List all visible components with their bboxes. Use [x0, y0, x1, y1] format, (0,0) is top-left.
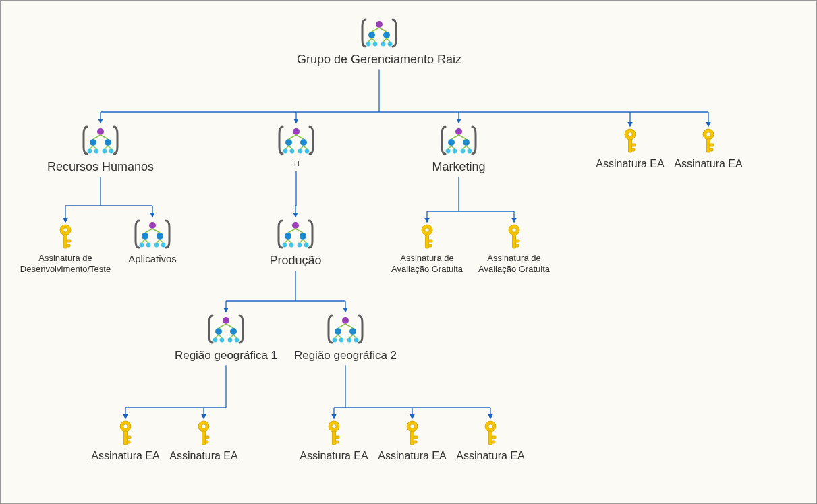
svg-point-19 — [298, 149, 303, 154]
svg-rect-42 — [67, 244, 70, 247]
svg-point-23 — [463, 139, 470, 146]
svg-rect-85 — [127, 441, 130, 443]
svg-point-53 — [283, 243, 287, 248]
svg-rect-95 — [335, 441, 339, 443]
svg-point-29 — [628, 132, 632, 136]
node-root: Grupo de Gerenciamento Raiz — [318, 17, 440, 67]
svg-rect-37 — [710, 148, 713, 151]
subscription-key-icon — [619, 128, 642, 155]
svg-point-5 — [381, 42, 386, 47]
management-group-icon — [360, 17, 398, 49]
svg-rect-84 — [127, 436, 131, 439]
node-label: Região geográfica 2 — [294, 348, 397, 362]
svg-point-102 — [488, 424, 492, 428]
node-label: Produção — [269, 253, 321, 269]
node-label: Região geográfica 1 — [175, 348, 277, 362]
management-group-icon — [207, 313, 245, 345]
svg-point-52 — [300, 233, 306, 240]
svg-point-46 — [140, 243, 144, 248]
node-label: Recursos Humanos — [47, 159, 154, 175]
node-label: Assinatura EA — [674, 157, 742, 171]
svg-point-67 — [223, 317, 229, 324]
svg-rect-105 — [492, 441, 495, 443]
svg-point-51 — [285, 233, 291, 240]
svg-point-12 — [103, 149, 107, 154]
svg-point-68 — [215, 328, 222, 335]
svg-rect-60 — [428, 240, 432, 242]
svg-point-48 — [154, 243, 159, 248]
management-group-icon — [277, 218, 314, 250]
svg-point-3 — [366, 42, 371, 47]
svg-point-6 — [388, 42, 393, 47]
svg-point-77 — [333, 338, 337, 343]
svg-point-13 — [109, 149, 114, 154]
svg-point-74 — [342, 317, 349, 324]
node-prod: Produção — [235, 218, 356, 269]
svg-point-8 — [90, 139, 96, 146]
node-label: Assinatura EA — [169, 449, 237, 463]
node-ti: TI — [235, 124, 357, 169]
svg-point-18 — [290, 149, 295, 154]
svg-point-45 — [157, 233, 163, 240]
subscription-key-icon — [479, 420, 502, 447]
svg-rect-89 — [205, 436, 209, 439]
svg-point-27 — [468, 149, 472, 154]
svg-point-24 — [446, 149, 451, 154]
svg-rect-41 — [67, 240, 71, 242]
subscription-key-icon — [192, 420, 215, 447]
node-rh: Recursos Humanos — [40, 124, 161, 175]
svg-point-10 — [88, 149, 92, 154]
node-label: Grupo de Gerenciamento Raiz — [297, 52, 461, 67]
svg-point-97 — [410, 424, 414, 428]
svg-point-44 — [142, 233, 148, 240]
svg-point-75 — [335, 328, 341, 335]
management-group-icon — [82, 124, 119, 157]
svg-point-63 — [512, 228, 516, 232]
subscription-key-icon — [322, 420, 345, 447]
svg-rect-99 — [414, 436, 418, 439]
svg-point-87 — [202, 424, 206, 428]
node-label: Assinatura de Avaliação Gratuita — [391, 253, 463, 275]
subscription-key-icon — [416, 223, 439, 250]
svg-rect-32 — [631, 148, 635, 151]
svg-rect-65 — [515, 240, 519, 242]
management-group-icon — [134, 218, 171, 250]
svg-rect-66 — [515, 244, 519, 247]
svg-point-2 — [383, 32, 390, 38]
svg-point-22 — [448, 139, 455, 146]
svg-point-11 — [94, 149, 99, 154]
svg-point-76 — [349, 328, 356, 335]
svg-rect-104 — [492, 436, 496, 439]
node-label: Aplicativos — [128, 253, 177, 266]
management-group-icon — [440, 124, 478, 157]
svg-point-34 — [706, 132, 710, 136]
node-label: Assinatura EA — [456, 449, 524, 463]
svg-rect-94 — [335, 436, 339, 439]
svg-point-0 — [376, 21, 383, 28]
svg-rect-36 — [710, 144, 714, 146]
svg-point-14 — [293, 128, 300, 135]
svg-point-7 — [97, 128, 104, 135]
subscription-key-icon — [503, 223, 526, 250]
svg-point-78 — [339, 338, 344, 343]
svg-point-20 — [305, 149, 310, 154]
svg-point-79 — [347, 338, 352, 343]
node-mkt: Marketing — [398, 124, 519, 175]
svg-rect-61 — [428, 244, 432, 247]
node-eaTop2: Assinatura EA — [648, 128, 769, 171]
svg-point-55 — [298, 243, 302, 248]
subscription-key-icon — [401, 420, 424, 447]
svg-rect-100 — [414, 441, 417, 443]
svg-point-21 — [455, 128, 462, 135]
svg-point-49 — [161, 243, 166, 248]
svg-point-9 — [105, 139, 111, 146]
svg-point-47 — [146, 243, 151, 248]
svg-point-15 — [285, 139, 292, 146]
svg-point-56 — [304, 243, 309, 248]
management-group-icon — [277, 124, 315, 157]
svg-point-26 — [461, 149, 466, 154]
node-apps: Aplicativos — [92, 218, 213, 266]
svg-point-54 — [289, 243, 294, 248]
subscription-key-icon — [697, 128, 720, 155]
svg-point-17 — [283, 149, 288, 154]
